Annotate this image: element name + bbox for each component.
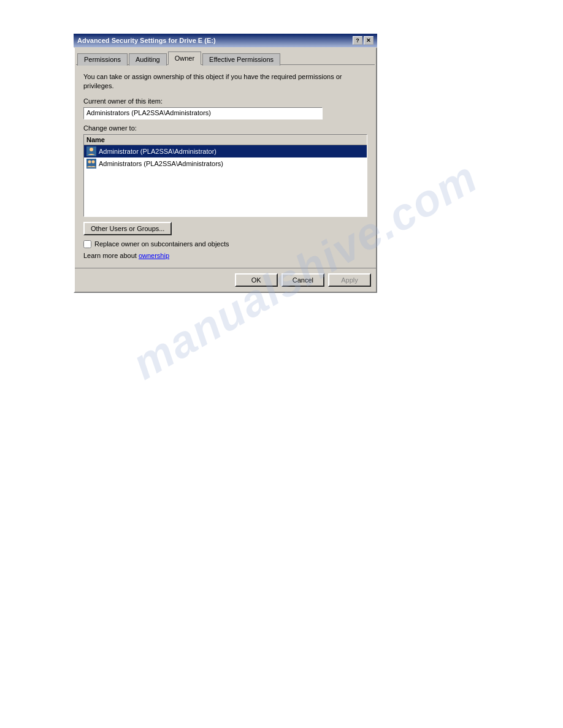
apply-label: Apply — [341, 276, 358, 284]
tab-owner[interactable]: Owner — [168, 51, 201, 65]
title-bar-buttons: ? ✕ — [353, 36, 373, 45]
ownership-link[interactable]: ownership — [139, 252, 169, 259]
description-text: You can take or assign ownership of this… — [83, 72, 367, 91]
owner-tab-content: You can take or assign ownership of this… — [76, 64, 375, 268]
svg-point-3 — [88, 160, 91, 163]
current-owner-label: Current owner of this item: — [83, 97, 367, 105]
owner-list-item[interactable]: Administrator (PLA2SSA\Administrator) — [84, 145, 367, 157]
svg-point-1 — [90, 148, 93, 151]
close-button[interactable]: ✕ — [364, 36, 373, 45]
replace-owner-label: Replace owner on subcontainers and objec… — [94, 240, 229, 248]
owner-item-1-label: Administrator (PLA2SSA\Administrator) — [99, 148, 216, 155]
replace-owner-row: Replace owner on subcontainers and objec… — [83, 240, 367, 248]
owner-item-2-label: Administrators (PLA2SSA\Administrators) — [99, 160, 223, 167]
learn-more-text: Learn more about — [83, 252, 139, 259]
other-users-button[interactable]: Other Users or Groups... — [83, 222, 172, 235]
owner-list-container: Name Administrator (PLA2SSA\Administrato… — [83, 134, 367, 217]
current-owner-field: Administrators (PLA2SSA\Administrators) — [83, 107, 323, 119]
tab-effective-permissions-label: Effective Permissions — [209, 56, 274, 63]
other-users-btn-label: Other Users or Groups... — [91, 225, 164, 232]
svg-point-4 — [92, 160, 95, 163]
user-icon — [86, 146, 96, 156]
cancel-button[interactable]: Cancel — [282, 273, 324, 287]
dialog-body: Permissions Auditing Owner Effective Per… — [74, 47, 377, 293]
help-button[interactable]: ? — [353, 36, 362, 45]
apply-button[interactable]: Apply — [328, 273, 371, 287]
dialog-title: Advanced Security Settings for Drive E (… — [77, 37, 216, 44]
learn-more-row: Learn more about ownership — [83, 252, 367, 259]
title-bar: Advanced Security Settings for Drive E (… — [74, 34, 377, 47]
tab-auditing-label: Auditing — [136, 56, 160, 63]
tab-effective-permissions[interactable]: Effective Permissions — [202, 53, 280, 66]
change-owner-label: Change owner to: — [83, 124, 367, 132]
button-bar: OK Cancel Apply — [75, 268, 376, 292]
cancel-label: Cancel — [293, 276, 313, 284]
owner-list-header: Name — [84, 135, 367, 145]
tab-owner-label: Owner — [175, 55, 194, 62]
owner-list-item[interactable]: Administrators (PLA2SSA\Administrators) — [84, 157, 367, 170]
dialog-window: Advanced Security Settings for Drive E (… — [74, 34, 377, 293]
tab-auditing[interactable]: Auditing — [129, 53, 167, 66]
group-icon — [86, 159, 96, 169]
ok-label: OK — [251, 276, 261, 284]
ok-button[interactable]: OK — [235, 273, 278, 287]
tab-permissions-label: Permissions — [84, 56, 121, 63]
replace-owner-checkbox[interactable] — [83, 240, 91, 248]
tab-permissions[interactable]: Permissions — [77, 53, 128, 66]
tab-strip: Permissions Auditing Owner Effective Per… — [75, 48, 376, 64]
